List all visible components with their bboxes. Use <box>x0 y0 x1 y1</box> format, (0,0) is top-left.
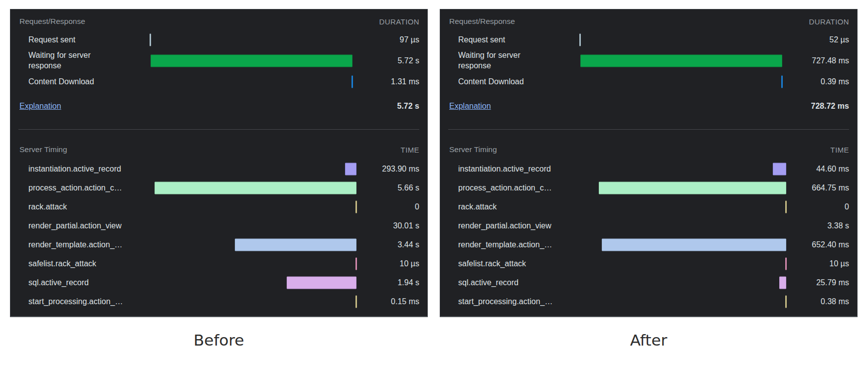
timing-bar <box>785 296 787 308</box>
timing-label: safelist.rack_attack <box>28 259 151 269</box>
timing-row: safelist.rack_attack 10 µs <box>447 254 850 273</box>
timing-bar <box>599 182 786 194</box>
time-column-header: TIME <box>831 146 849 154</box>
explanation-link[interactable]: Explanation <box>449 102 491 111</box>
timing-row: Request sent 52 µs <box>447 29 850 50</box>
timing-label: process_action.action_c… <box>458 183 580 193</box>
timing-label: instantiation.active_record <box>28 164 151 175</box>
timing-value: 664.75 ms <box>786 184 850 192</box>
timing-label: rack.attack <box>28 202 151 212</box>
timing-label: sql.active_record <box>458 278 580 288</box>
timing-row: process_action.action_c… 5.66 s <box>17 179 420 197</box>
timing-label: Waiting for server response <box>458 50 547 71</box>
timing-bar-track <box>580 273 786 292</box>
timing-row: Content Download 0.39 ms <box>447 71 850 92</box>
request-response-rows: Request sent 52 µs Waiting for server re… <box>447 29 850 92</box>
timing-label: render_partial.action_view <box>28 221 151 231</box>
timing-value: 5.66 s <box>356 184 420 192</box>
timing-value: 0.39 ms <box>786 77 850 86</box>
timing-label: rack.attack <box>458 202 580 212</box>
timing-value: 10 µs <box>786 259 850 268</box>
timing-label: render_template.action_… <box>28 240 151 250</box>
timing-value: 52 µs <box>786 35 850 44</box>
timing-row: Request sent 97 µs <box>17 29 420 50</box>
explanation-link[interactable]: Explanation <box>19 102 61 111</box>
timing-row: instantiation.active_record 293.90 ms <box>17 160 420 179</box>
timing-bar-track <box>151 235 356 254</box>
timing-bar-track <box>580 292 786 311</box>
timing-bar-track <box>151 254 356 273</box>
timing-bar <box>155 182 356 194</box>
total-duration: 5.72 s <box>356 102 420 111</box>
timing-label: safelist.rack_attack <box>458 259 580 269</box>
timing-row: Waiting for server response 727.48 ms <box>447 50 850 71</box>
timing-row: Content Download 1.31 ms <box>17 71 420 92</box>
caption-label: Before <box>10 331 428 349</box>
timing-label: Content Download <box>458 77 547 87</box>
timing-row: render_template.action_… 652.40 ms <box>447 235 850 254</box>
timing-bar-track <box>151 197 356 216</box>
timing-value: 44.60 ms <box>786 165 850 174</box>
timing-bar <box>355 258 357 270</box>
timing-bar <box>779 277 786 289</box>
timing-bar <box>351 76 353 88</box>
timing-row: rack.attack 0 <box>17 197 420 216</box>
timing-value: 0 <box>356 202 420 211</box>
timing-bar-track <box>151 179 356 197</box>
duration-column-header: DURATION <box>379 17 419 26</box>
request-response-header: Request/Response DURATION <box>447 13 850 29</box>
timing-bar-track <box>580 50 786 71</box>
network-timing-panel: Request/Response DURATION Request sent 9… <box>10 9 428 317</box>
timing-value: 97 µs <box>356 35 420 44</box>
timing-bar-track <box>151 160 356 179</box>
request-response-title: Request/Response <box>19 17 85 26</box>
server-timing-title: Server Timing <box>19 145 67 154</box>
timing-label: Waiting for server response <box>28 50 117 71</box>
timing-row: render_partial.action_view 3.38 s <box>447 216 850 235</box>
timing-bar <box>773 163 786 176</box>
timing-row: safelist.rack_attack 10 µs <box>17 254 420 273</box>
timing-label: Request sent <box>458 35 547 45</box>
timing-bar <box>785 201 787 213</box>
timing-bar-track <box>151 273 356 292</box>
explanation-row: Explanation 728.72 ms <box>447 96 850 116</box>
timing-bar-track <box>580 235 786 254</box>
request-response-title: Request/Response <box>449 17 515 26</box>
timing-value: 652.40 ms <box>786 240 850 249</box>
timing-row: sql.active_record 1.94 s <box>17 273 420 292</box>
timing-value: 25.79 ms <box>786 278 850 287</box>
timing-bar <box>602 239 786 251</box>
timing-bar <box>287 277 356 289</box>
section-divider <box>18 129 419 130</box>
timing-panels: Request/Response DURATION Request sent 9… <box>10 9 858 317</box>
timing-value: 10 µs <box>356 259 420 268</box>
timing-bar-track <box>580 197 786 216</box>
timing-label: start_processing.action_… <box>458 297 580 307</box>
timing-bar <box>355 296 357 308</box>
timing-value: 1.94 s <box>356 278 420 287</box>
request-response-header: Request/Response DURATION <box>17 13 420 29</box>
timing-label: render_partial.action_view <box>458 221 580 231</box>
timing-row: Waiting for server response 5.72 s <box>17 50 420 71</box>
timing-label: render_template.action_… <box>458 240 580 250</box>
server-timing-rows: instantiation.active_record 293.90 ms pr… <box>17 160 420 311</box>
timing-bar-track <box>580 160 786 179</box>
caption-label: After <box>440 331 858 349</box>
timing-label: Request sent <box>28 35 117 45</box>
timing-bar-track <box>151 71 356 92</box>
timing-label: sql.active_record <box>28 278 151 288</box>
server-timing-rows: instantiation.active_record 44.60 ms pro… <box>447 160 850 311</box>
timing-bar <box>785 258 787 270</box>
timing-row: instantiation.active_record 44.60 ms <box>447 160 850 179</box>
comparison-stage: Request/Response DURATION Request sent 9… <box>0 0 868 372</box>
timing-value: 3.38 s <box>786 221 850 230</box>
network-timing-panel: Request/Response DURATION Request sent 5… <box>440 9 858 317</box>
duration-column-header: DURATION <box>809 17 849 26</box>
timing-bar <box>781 76 783 88</box>
timing-value: 3.44 s <box>356 240 420 249</box>
timing-bar-track <box>580 216 786 235</box>
timing-bar <box>355 201 357 213</box>
time-column-header: TIME <box>401 146 419 154</box>
timing-row: rack.attack 0 <box>447 197 850 216</box>
timing-row: process_action.action_c… 664.75 ms <box>447 179 850 197</box>
